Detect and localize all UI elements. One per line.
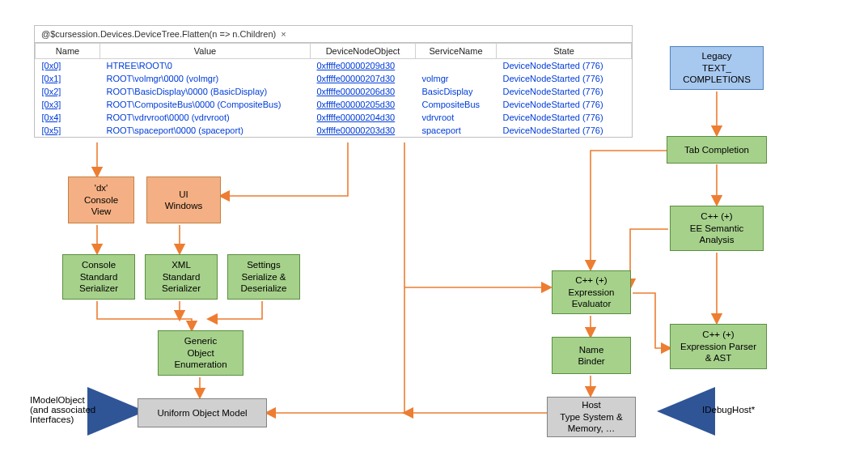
header-row: Name Value DeviceNodeObject ServiceName … <box>36 44 632 59</box>
row-state: DeviceNodeStarted (776) <box>503 74 603 83</box>
row-name[interactable]: [0x3] <box>42 100 61 109</box>
row-value: HTREE\ROOT\0 <box>107 61 172 70</box>
row-servicename: CompositeBus <box>422 100 481 109</box>
row-name[interactable]: [0x0] <box>42 61 61 70</box>
row-value: ROOT\vdrvroot\0000 (vdrvroot) <box>107 113 230 122</box>
row-state: DeviceNodeStarted (776) <box>503 125 603 135</box>
row-value: ROOT\volmgr\0000 (volmgr) <box>107 74 219 83</box>
close-icon[interactable]: × <box>281 29 286 39</box>
col-name[interactable]: Name <box>36 44 100 59</box>
row-name[interactable]: [0x2] <box>42 87 61 96</box>
row-servicename: volmgr <box>422 74 449 83</box>
table-row[interactable]: [0x5]ROOT\spaceport\0000 (spaceport)0xff… <box>36 124 632 137</box>
row-devnodeobj[interactable]: 0xffffe00000209d30 <box>317 61 396 70</box>
row-name[interactable]: [0x4] <box>42 113 61 122</box>
row-state: DeviceNodeStarted (776) <box>503 87 603 96</box>
row-servicename: vdrvroot <box>422 113 455 122</box>
row-devnodeobj[interactable]: 0xffffe00000204d30 <box>317 113 396 122</box>
row-devnodeobj[interactable]: 0xffffe00000206d30 <box>317 87 396 96</box>
table-row[interactable]: [0x2]ROOT\BasicDisplay\0000 (BasicDispla… <box>36 85 632 98</box>
row-state: DeviceNodeStarted (776) <box>503 100 603 109</box>
row-value: ROOT\BasicDisplay\0000 (BasicDisplay) <box>107 87 268 96</box>
box-tab-completion: Tab Completion <box>667 136 767 164</box>
box-uniform-obj-model: Uniform Object Model <box>138 398 267 427</box>
row-devnodeobj[interactable]: 0xffffe00000203d30 <box>317 125 396 135</box>
row-state: DeviceNodeStarted (776) <box>503 113 603 122</box>
grid-tab-title: @$cursession.Devices.DeviceTree.Flatten(… <box>41 29 276 39</box>
table-row[interactable]: [0x4]ROOT\vdrvroot\0000 (vdrvroot)0xffff… <box>36 111 632 124</box>
data-grid: Name Value DeviceNodeObject ServiceName … <box>35 43 632 137</box>
row-value: ROOT\CompositeBus\0000 (CompositeBus) <box>107 100 282 109</box>
col-devnodeobj[interactable]: DeviceNodeObject <box>311 44 416 59</box>
box-cpp-parser-ast: C++ (+)Expression Parser& AST <box>670 324 767 369</box>
box-cpp-semantic: C++ (+)EE SemanticAnalysis <box>670 206 764 251</box>
box-generic-obj-enum: GenericObjectEnumeration <box>158 330 243 376</box>
row-state: DeviceNodeStarted (776) <box>503 61 603 70</box>
box-ui-windows: UIWindows <box>146 176 221 223</box>
box-host-type-system: HostType System &Memory, … <box>547 397 636 437</box>
box-xml-serializer: XMLStandardSerializer <box>145 254 218 300</box>
col-state[interactable]: State <box>497 44 632 59</box>
row-servicename: spaceport <box>422 125 461 135</box>
row-devnodeobj[interactable]: 0xffffe00000207d30 <box>317 74 396 83</box>
table-row[interactable]: [0x0]HTREE\ROOT\00xffffe00000209d30Devic… <box>36 59 632 73</box>
box-dx-console-view: 'dx'ConsoleView <box>68 176 134 223</box>
data-grid-window: @$cursession.Devices.DeviceTree.Flatten(… <box>34 25 633 138</box>
table-row[interactable]: [0x3]ROOT\CompositeBus\0000 (CompositeBu… <box>36 98 632 111</box>
row-servicename: BasicDisplay <box>422 87 473 96</box>
col-value[interactable]: Value <box>100 44 311 59</box>
row-name[interactable]: [0x1] <box>42 74 61 83</box>
box-name-binder: NameBinder <box>552 337 631 374</box>
row-devnodeobj[interactable]: 0xffffe00000205d30 <box>317 100 396 109</box>
label-idebughost: IDebugHost* <box>702 405 755 415</box>
box-console-serializer: ConsoleStandardSerializer <box>62 254 135 300</box>
box-cpp-ee: C++ (+)ExpressionEvaluator <box>552 270 631 314</box>
table-row[interactable]: [0x1]ROOT\volmgr\0000 (volmgr)0xffffe000… <box>36 72 632 85</box>
row-name[interactable]: [0x5] <box>42 125 61 135</box>
label-imodelobject: IModelObject(and associatedInterfaces) <box>30 395 119 424</box>
col-servicename[interactable]: ServiceName <box>416 44 497 59</box>
row-value: ROOT\spaceport\0000 (spaceport) <box>107 125 243 135</box>
box-legacy-text-completions: LegacyTEXT_COMPLETIONS <box>670 46 764 90</box>
box-settings-serialize: SettingsSerialize &Deserialize <box>227 254 300 300</box>
grid-tab[interactable]: @$cursession.Devices.DeviceTree.Flatten(… <box>35 26 632 43</box>
